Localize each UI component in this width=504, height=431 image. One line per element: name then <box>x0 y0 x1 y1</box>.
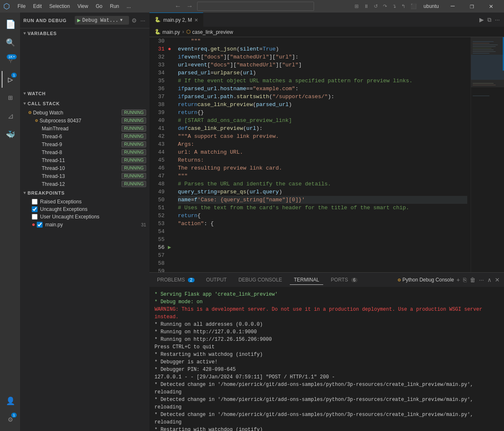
call-stack-item-thread6[interactable]: Thread-6 RUNNING <box>20 132 149 140</box>
debug-config-selector[interactable]: ▶ Debug Wat... ▼ <box>75 16 129 25</box>
terminal-line-warning: WARNING: This is a development server. D… <box>154 306 499 321</box>
stop-btn[interactable]: ⬛ <box>409 3 418 10</box>
tab-debug-console[interactable]: DEBUG CONSOLE <box>234 275 286 285</box>
sidebar-item-docker[interactable]: 🐳 <box>2 126 18 143</box>
terminal-line-3: * Running on all addresses (0.0.0.0) <box>154 321 499 328</box>
menu-view[interactable]: View <box>74 3 91 10</box>
main-py-checkbox[interactable] <box>37 222 43 228</box>
tab-output[interactable]: OUTPUT <box>202 275 231 285</box>
uncaught-exceptions-checkbox[interactable] <box>32 206 38 212</box>
breakpoint-raised-exceptions[interactable]: Raised Exceptions <box>20 198 149 205</box>
terminal-line-7: * Restarting with watchdog (inotify) <box>154 351 499 358</box>
forward-button[interactable]: → <box>185 2 195 11</box>
stack-name: Subprocess 80437 <box>40 118 81 124</box>
menu-selection[interactable]: Selection <box>46 3 73 10</box>
running-badge: RUNNING <box>122 173 146 179</box>
terminal-close-button[interactable]: ✕ <box>494 276 501 284</box>
sidebar-item-extensions[interactable]: ⊞ <box>2 89 18 106</box>
new-terminal-button[interactable]: + <box>456 276 461 284</box>
terminal-more-button[interactable]: ··· <box>478 276 485 284</box>
call-stack-item-thread9[interactable]: Thread-9 RUNNING <box>20 140 149 148</box>
code-line-59: "action": { <box>178 220 467 228</box>
terminal-collapse-button[interactable]: ∧ <box>486 276 492 284</box>
window-close-button[interactable]: ✕ <box>481 0 501 13</box>
breakpoint-user-uncaught-exceptions[interactable]: User Uncaught Exceptions <box>20 213 149 221</box>
split-terminal-button[interactable]: ⎘ <box>462 276 467 284</box>
search-input[interactable] <box>197 2 314 11</box>
account-button[interactable]: 👤 <box>2 393 18 409</box>
tab-terminal[interactable]: TERMINAL <box>290 275 324 285</box>
sidebar-item-search[interactable]: 🔍 <box>2 34 18 51</box>
terminal-label: TERMINAL <box>294 277 319 283</box>
menu-file[interactable]: File <box>14 3 29 10</box>
call-stack-header[interactable]: ▼ CALL STACK <box>20 99 149 109</box>
more-actions-button[interactable]: ··· <box>494 15 501 24</box>
settings-button[interactable]: ⚙ 1 <box>2 411 18 428</box>
tab-problems[interactable]: PROBLEMS 2 <box>153 275 199 285</box>
run-file-button[interactable]: ▶ <box>479 15 485 24</box>
sidebar-item-source-control[interactable]: ⑂ 1K+ <box>2 53 18 69</box>
breakpoints-header[interactable]: ▼ BREAKPOINTS <box>20 188 149 198</box>
menu-run[interactable]: Run <box>106 3 122 10</box>
call-stack-title: CALL STACK <box>28 101 60 106</box>
menu-edit[interactable]: Edit <box>30 3 45 10</box>
output-label: OUTPUT <box>206 277 227 283</box>
tab-main-py[interactable]: 🐍 main.py 2, M ✕ <box>149 13 203 27</box>
close-tab-icon[interactable]: ✕ <box>195 16 198 23</box>
kill-terminal-button[interactable]: 🗑 <box>469 276 476 284</box>
menu-go[interactable]: Go <box>92 3 106 10</box>
step-out-btn[interactable]: ↰ <box>400 3 407 10</box>
minimap-slider[interactable] <box>471 37 504 87</box>
split-editor-button[interactable]: ⧉ <box>486 15 492 24</box>
pause-btn[interactable]: ⏸ <box>362 3 370 10</box>
tab-ports[interactable]: PORTS 6 <box>327 275 362 285</box>
step-over-btn[interactable]: ↷ <box>381 3 389 10</box>
breakpoint-uncaught-exceptions[interactable]: Uncaught Exceptions <box>20 205 149 213</box>
terminal-tab-bar: PROBLEMS 2 OUTPUT DEBUG CONSOLE TERMINAL… <box>149 273 504 287</box>
call-stack-item-thread12[interactable]: Thread-12 RUNNING <box>20 180 149 188</box>
code-content[interactable]: """ event = req.get_json(silent=True) if… <box>175 37 471 272</box>
running-badge: RUNNING <box>122 165 146 171</box>
breakpoint-main-py[interactable]: ● main.py 31 <box>20 221 149 229</box>
call-stack-item-thread8[interactable]: Thread-8 RUNNING <box>20 148 149 156</box>
settings-badge: 1 <box>11 413 17 418</box>
breadcrumb-file[interactable]: main.py <box>162 29 180 35</box>
menu-more[interactable]: ... <box>123 3 134 10</box>
stack-name: Thread-11 <box>42 157 65 163</box>
terminal-line-1: * Serving Flask app 'create_link_preview… <box>154 291 499 298</box>
step-into-btn[interactable]: ↴ <box>390 3 398 10</box>
terminal-line-2: * Debug mode: on <box>154 298 499 306</box>
call-stack-item-subprocess[interactable]: ⚙ Subprocess 80437 RUNNING <box>20 117 149 124</box>
breadcrumb-function[interactable]: case_link_preview <box>192 29 233 35</box>
sidebar-item-explorer[interactable]: 📄 <box>2 16 18 33</box>
terminal-line-6: Press CTRL+C to quit <box>154 343 499 351</box>
variables-section-header[interactable]: ▼ VARIABLES <box>20 28 149 38</box>
terminal-content[interactable]: * Serving Flask app 'create_link_preview… <box>149 287 504 431</box>
watch-section-header[interactable]: ▼ WATCH <box>20 89 149 99</box>
code-line-37: if parsed_url.path.startswith("/support/… <box>178 93 467 101</box>
activity-bar: 📄 🔍 ⑂ 1K+ ▷ 1 ⊞ ⊿ 🐳 👤 ⚙ 1 <box>0 13 20 431</box>
stack-name: Thread-6 <box>42 134 62 139</box>
restart-btn[interactable]: ↺ <box>372 3 380 10</box>
sidebar-item-testing[interactable]: ⊿ <box>2 108 18 124</box>
debug-more-button[interactable]: ··· <box>139 16 146 25</box>
code-line-58: return { <box>178 212 467 220</box>
code-line-48: Args: <box>178 140 467 148</box>
raised-exceptions-label: Raised Exceptions <box>40 199 81 205</box>
window-minimize-button[interactable]: — <box>443 0 462 13</box>
terminal-line-11: * Detected change in '/home/pierrick/git… <box>154 381 499 396</box>
code-line-32: if event["docs"]["matchedUrl"]["url"]: <box>178 53 467 61</box>
call-stack-item-thread10[interactable]: Thread-10 RUNNING <box>20 164 149 172</box>
back-button[interactable]: ← <box>173 2 183 11</box>
user-uncaught-exceptions-checkbox[interactable] <box>32 214 38 220</box>
debug-settings-button[interactable]: ⚙ <box>131 16 138 25</box>
window-maximize-button[interactable]: ❐ <box>462 0 481 13</box>
call-stack-item-thread13[interactable]: Thread-13 RUNNING <box>20 172 149 180</box>
call-stack-item-debug-watch[interactable]: ⚙ Debug Watch RUNNING <box>20 109 149 117</box>
sidebar-item-run-debug[interactable]: ▷ 1 <box>2 71 18 88</box>
call-stack-item-thread11[interactable]: Thread-11 RUNNING <box>20 156 149 164</box>
raised-exceptions-checkbox[interactable] <box>32 199 38 205</box>
debug-layout-btn[interactable]: ⊞ <box>353 3 360 10</box>
stack-name: Thread-9 <box>42 142 62 147</box>
call-stack-item-mainthread[interactable]: MainThread RUNNING <box>20 124 149 132</box>
